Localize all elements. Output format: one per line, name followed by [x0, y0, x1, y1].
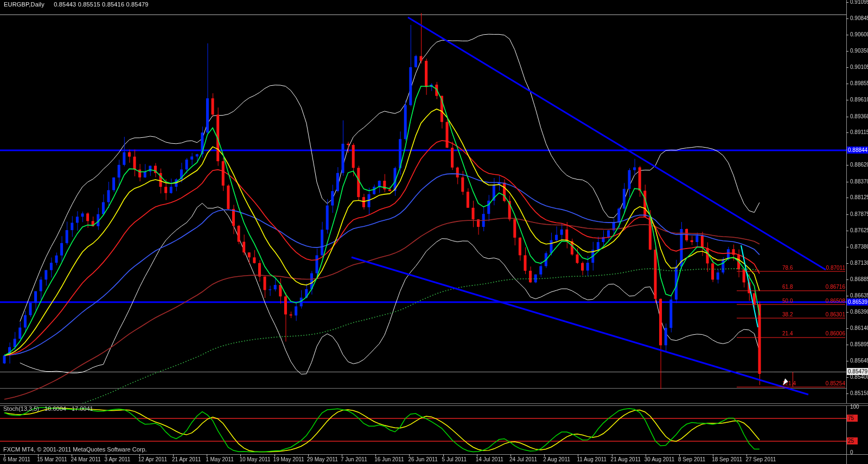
date-label: 11 Aug 2011 — [577, 456, 607, 462]
stochastic-indicator-label: Stoch(13,3,5) 10.6004 17.0041 — [3, 405, 97, 412]
date-label: 21 Apr 2011 — [172, 456, 201, 462]
copyright-text: FXCM MT4, © 2001-2011 MetaQuotes Softwar… — [3, 446, 147, 453]
stoch-main-value: 10.6004 — [44, 405, 66, 412]
price-tick-label: 0.86390 — [850, 309, 868, 315]
price-tick-label: 0.85895 — [850, 341, 868, 348]
price-tick-label: 0.87625 — [850, 227, 868, 234]
date-label: 6 Mar 2011 — [3, 456, 30, 462]
ohlc-quotes: 0.85443 0.85515 0.85416 0.85479 — [54, 1, 148, 8]
date-label: 27 Sep 2011 — [745, 456, 776, 462]
price-tick-label: 0.90845 — [850, 15, 868, 22]
stoch-level-box: 75 — [847, 415, 858, 422]
stoch-name: Stoch(13,3,5) — [3, 405, 39, 412]
date-label: 12 Apr 2011 — [138, 456, 167, 462]
fib-level-label: 61.80.86716 — [782, 284, 845, 290]
date-label: 24 Jul 2011 — [509, 456, 537, 462]
stoch-axis-label: 100 — [850, 404, 859, 410]
fib-level-label: 78.60.87011 — [782, 265, 845, 271]
date-label: 21 Aug 2011 — [611, 456, 641, 462]
price-tick-label: 0.90105 — [850, 64, 868, 71]
price-tick-label: 0.87130 — [850, 260, 868, 266]
price-tick-label: 0.89115 — [850, 129, 868, 136]
date-label: 10 May 2011 — [239, 456, 270, 462]
date-label: 29 May 2011 — [307, 456, 338, 462]
date-label: 7 Jun 2011 — [341, 456, 367, 462]
date-label: 2 Aug 2011 — [543, 456, 570, 462]
fib-level-label: 38.20.86301 — [782, 312, 845, 317]
stoch-axis-label: 0 — [850, 449, 853, 456]
price-tick-label: 0.86885 — [850, 276, 868, 283]
price-tick-label: 0.88370 — [850, 179, 868, 185]
date-label: 14 Jul 2011 — [476, 456, 503, 462]
price-tick-label: 0.89855 — [850, 80, 868, 87]
symbol-period-label: EURGBP,Daily — [4, 1, 44, 8]
price-tick-label: 0.88125 — [850, 194, 868, 201]
price-tick-label: 0.90600 — [850, 31, 868, 38]
stoch-signal-value: 17.0041 — [72, 405, 93, 412]
fib-price: 0.87011 — [826, 265, 845, 271]
price-line-box: 0.86539 — [847, 298, 868, 306]
date-label: 30 Aug 2011 — [644, 456, 674, 462]
fib-pct: 61.8 — [782, 284, 793, 290]
fib-price: 0.85254 — [826, 380, 845, 386]
price-line-box: 0.85479 — [847, 368, 868, 375]
fib-price: 0.86508 — [826, 298, 845, 304]
fib-level-label: 121.40.85254 — [782, 380, 845, 386]
date-label: 15 Mar 2011 — [37, 456, 67, 462]
fib-pct: 50.0 — [782, 298, 793, 304]
price-line-box: 0.88844 — [847, 147, 868, 154]
fib-level-label: 50.00.86508 — [782, 298, 845, 304]
fib-price: 0.86301 — [826, 312, 845, 317]
price-tick-label: 0.87380 — [850, 244, 868, 250]
fib-level-label: 21.40.86006 — [782, 330, 845, 336]
date-label: 18 Sep 2011 — [712, 456, 742, 462]
time-axis[interactable]: 6 Mar 201115 Mar 201124 Mar 20113 Apr 20… — [0, 455, 846, 464]
date-label: 24 Mar 2011 — [71, 456, 100, 462]
date-label: 1 May 2011 — [206, 456, 234, 462]
mt4-chart-window: EURGBP,Daily 0.85443 0.85515 0.85416 0.8… — [0, 0, 868, 464]
price-tick-label: 0.88620 — [850, 162, 868, 168]
price-tick-label: 0.85645 — [850, 358, 868, 364]
price-axis[interactable]: 0.910950.908450.906000.903500.901050.898… — [847, 0, 868, 464]
date-label: 26 Jun 2011 — [408, 456, 437, 462]
price-tick-label: 0.87875 — [850, 211, 868, 218]
fib-pct: 21.4 — [782, 330, 793, 336]
price-tick-label: 0.91095 — [850, 0, 868, 5]
fib-price: 0.86716 — [826, 284, 845, 290]
date-label: 16 Jun 2011 — [374, 456, 404, 462]
fib-pct: 78.6 — [782, 265, 793, 271]
price-tick-label: 0.86140 — [850, 325, 868, 332]
date-label: 5 Jul 2011 — [442, 456, 467, 462]
date-label: 3 Apr 2011 — [105, 456, 131, 462]
stoch-level-box: 25 — [847, 437, 858, 444]
price-tick-label: 0.89610 — [850, 97, 868, 103]
fib-price: 0.86006 — [826, 330, 845, 336]
price-chart-canvas[interactable] — [0, 0, 868, 464]
date-label: 8 Sep 2011 — [678, 456, 705, 462]
price-tick-label: 0.85150 — [850, 390, 868, 397]
date-label: 19 May 2011 — [273, 456, 304, 462]
price-tick-label: 0.90350 — [850, 48, 868, 54]
price-tick-label: 0.89360 — [850, 113, 868, 120]
fib-pct: 38.2 — [782, 312, 793, 317]
chart-info-bar: EURGBP,Daily 0.85443 0.85515 0.85416 0.8… — [4, 1, 149, 8]
